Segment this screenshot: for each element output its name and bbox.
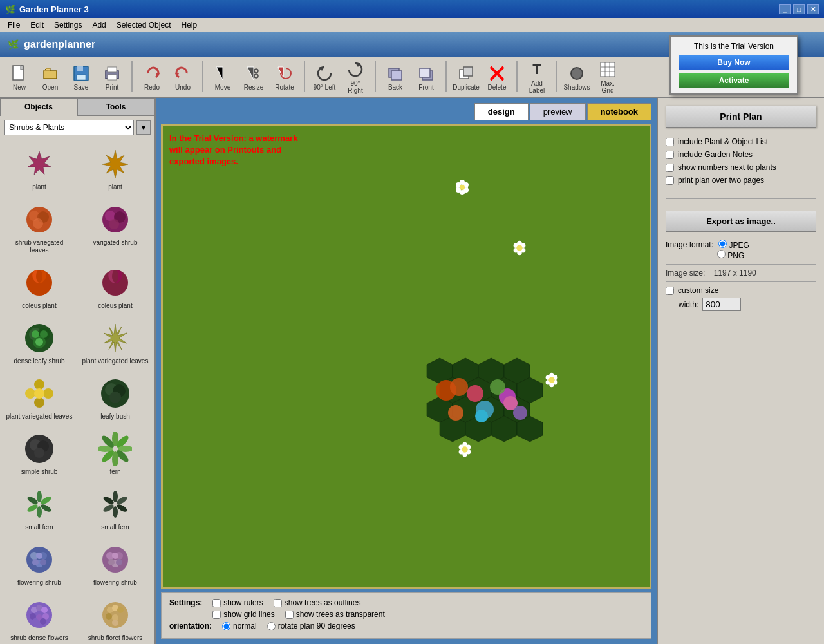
jpeg-option[interactable]: JPEG xyxy=(718,240,749,250)
garden-plant-1[interactable] xyxy=(453,178,472,200)
right-panel: Print Plan include Plant & Object List i… xyxy=(657,98,824,644)
menu-file[interactable]: File xyxy=(3,19,25,31)
activate-button[interactable]: Activate xyxy=(679,73,789,88)
buy-now-button[interactable]: Buy Now xyxy=(679,55,789,70)
show-trees-outlines-check[interactable]: show trees as outlines xyxy=(274,598,361,607)
show-numbers-label: show numbers next to plants xyxy=(678,163,776,172)
category-select[interactable]: Shrubs & Plants xyxy=(4,120,134,135)
print-plan-button[interactable]: Print Plan xyxy=(666,106,816,128)
plant-item-plant1[interactable]: plant xyxy=(3,142,76,194)
jpeg-radio[interactable] xyxy=(718,240,727,248)
svg-point-109 xyxy=(40,618,46,625)
plant-item-shrub-variegated[interactable]: shrub variegated leaves xyxy=(3,197,76,258)
garden-plant-3[interactable] xyxy=(543,371,561,393)
include-plant-list-checkbox[interactable] xyxy=(666,138,674,146)
front-button[interactable]: Front xyxy=(412,61,440,93)
menu-settings[interactable]: Settings xyxy=(49,19,87,31)
rotate-right-label: 90° Right xyxy=(343,80,368,94)
show-trees-transparent-label: show trees as transparent xyxy=(296,610,385,619)
maximize-button[interactable]: □ xyxy=(793,4,805,14)
rotate-right-button[interactable]: 90° Right xyxy=(341,57,370,96)
plant-item-plant-var2[interactable]: plant variegated leaves xyxy=(3,371,76,424)
png-radio[interactable] xyxy=(717,250,726,258)
garden-canvas[interactable]: In the Trial Version: a watermark will a… xyxy=(161,124,651,589)
show-rulers-check[interactable]: show rulers xyxy=(212,598,263,607)
show-grid-check[interactable]: show grid lines xyxy=(212,610,274,619)
menu-add[interactable]: Add xyxy=(87,19,111,31)
rotate-left-button[interactable]: 90° Left xyxy=(310,61,339,93)
image-format-label: Image format: xyxy=(666,240,713,249)
menu-help[interactable]: Help xyxy=(176,19,202,31)
undo-button[interactable]: Undo xyxy=(169,61,197,93)
shadows-button[interactable]: Shadows xyxy=(563,61,591,93)
plant-item-dense-leafy[interactable]: dense leafy shrub xyxy=(3,316,76,368)
include-plant-list-option[interactable]: include Plant & Object List xyxy=(666,135,816,148)
show-grid-checkbox[interactable] xyxy=(212,611,221,619)
tab-preview[interactable]: preview xyxy=(530,103,586,120)
settings-label: Settings: xyxy=(169,598,202,607)
redo-button[interactable]: Redo xyxy=(138,61,166,93)
show-rulers-checkbox[interactable] xyxy=(212,599,221,607)
show-trees-outlines-checkbox[interactable] xyxy=(274,599,282,607)
back-button[interactable]: Back xyxy=(381,61,409,93)
menu-selected-object[interactable]: Selected Object xyxy=(111,19,176,31)
custom-size-checkbox[interactable] xyxy=(666,287,674,295)
duplicate-button[interactable]: Duplicate xyxy=(452,61,480,93)
plant-item-flowering-shrub2[interactable]: flowering shrub xyxy=(79,537,152,590)
plant-item-simple-shrub[interactable]: simple shrub xyxy=(3,426,76,479)
tab-design[interactable]: design xyxy=(474,103,529,120)
redo-icon xyxy=(142,63,162,84)
print-two-pages-option[interactable]: print plan over two pages xyxy=(666,174,816,187)
width-input[interactable] xyxy=(702,298,741,311)
delete-button[interactable]: Delete xyxy=(483,61,511,93)
plant-item-plant-variegated[interactable]: plant variegated leaves xyxy=(79,316,152,368)
plant-item-plant2[interactable]: plant xyxy=(79,142,152,194)
menu-edit[interactable]: Edit xyxy=(25,19,49,31)
tab-objects[interactable]: Objects xyxy=(0,98,77,116)
orientation-normal[interactable]: normal xyxy=(222,621,257,630)
print-button[interactable]: Print xyxy=(98,61,126,93)
rotate-button[interactable]: Rotate xyxy=(270,61,299,93)
plant-label-plant-var2: plant variegated leaves xyxy=(6,413,73,421)
resize-button[interactable]: Resize xyxy=(239,61,268,93)
show-numbers-option[interactable]: show numbers next to plants xyxy=(666,161,816,174)
minimize-button[interactable]: _ xyxy=(779,4,791,14)
garden-plant-2[interactable] xyxy=(510,239,529,260)
plant-item-leafy-bush[interactable]: leafy bush xyxy=(79,371,152,424)
max-grid-button[interactable]: Max. Grid xyxy=(594,57,622,96)
plant-item-fern[interactable]: fern xyxy=(79,426,152,479)
print-two-pages-checkbox[interactable] xyxy=(666,176,674,185)
garden-plant-4[interactable] xyxy=(456,440,474,462)
add-label-button[interactable]: T Add Label xyxy=(523,57,551,96)
plant-item-shrub-floret[interactable]: shrub floret flowers xyxy=(79,592,152,644)
show-trees-transparent-checkbox[interactable] xyxy=(285,611,294,619)
plant-item-coleus2[interactable]: coleus plant xyxy=(79,260,152,313)
open-button[interactable]: Open xyxy=(36,61,64,93)
orientation-rotate-radio[interactable] xyxy=(267,622,276,630)
plant-item-small-fern1[interactable]: small fern xyxy=(3,482,76,535)
show-numbers-checkbox[interactable] xyxy=(666,164,674,172)
move-button[interactable]: Move xyxy=(209,61,237,93)
export-image-button[interactable]: Export as image.. xyxy=(666,211,816,232)
tab-notebook[interactable]: notebook xyxy=(587,103,652,120)
png-option[interactable]: PNG xyxy=(717,250,744,260)
orientation-normal-radio[interactable] xyxy=(222,622,230,630)
plant-item-shrub-dense[interactable]: shrub dense flowers xyxy=(3,592,76,644)
save-button[interactable]: Save xyxy=(67,61,95,93)
svg-rect-23 xyxy=(601,62,615,77)
category-dropdown-button[interactable]: ▼ xyxy=(136,120,151,135)
include-garden-notes-checkbox[interactable] xyxy=(666,151,674,159)
settings-row-1: Settings: show rulers show trees as outl… xyxy=(169,598,643,607)
include-garden-notes-option[interactable]: include Garden Notes xyxy=(666,148,816,161)
tab-tools[interactable]: Tools xyxy=(77,98,154,116)
plant-image-small-fern1 xyxy=(20,485,59,524)
plant-item-coleus1[interactable]: coleus plant xyxy=(3,260,76,313)
orientation-rotate[interactable]: rotate plan 90 degrees xyxy=(267,621,355,630)
new-button[interactable]: New xyxy=(5,61,33,93)
plant-item-flowering-shrub1[interactable]: flowering shrub xyxy=(3,537,76,590)
delete-icon xyxy=(487,63,507,84)
plant-item-varigated-shrub[interactable]: varigated shrub xyxy=(79,197,152,258)
close-button[interactable]: ✕ xyxy=(807,4,819,14)
plant-item-small-fern2[interactable]: small fern xyxy=(79,482,152,535)
show-trees-transparent-check[interactable]: show trees as transparent xyxy=(285,610,385,619)
